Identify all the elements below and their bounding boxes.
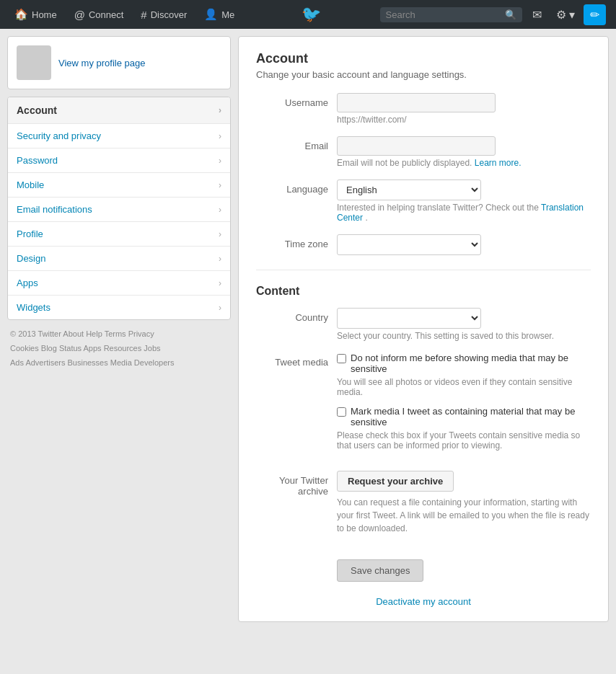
email-input[interactable] bbox=[337, 136, 496, 156]
footer-copyright: © 2013 Twitter bbox=[10, 329, 63, 338]
archive-label: Your Twitter archive bbox=[256, 471, 328, 497]
sidebar-account-header: Account › bbox=[8, 97, 230, 124]
language-select[interactable]: English Spanish French German Japanese bbox=[337, 179, 481, 200]
checkbox2-hint: Please check this box if your Tweets con… bbox=[337, 430, 591, 451]
email-label: Email bbox=[256, 136, 328, 151]
sidebar-item-password[interactable]: Password › bbox=[8, 148, 230, 173]
settings-button[interactable]: ⚙ ▾ bbox=[550, 0, 581, 29]
search-icon: 🔍 bbox=[505, 9, 516, 20]
sidebar-menu: Account › Security and privacy › Passwor… bbox=[7, 97, 231, 320]
page-layout: View my profile page Account › Security … bbox=[0, 29, 616, 629]
apps-chevron-icon: › bbox=[219, 278, 221, 288]
email-learn-more-link[interactable]: Learn more. bbox=[475, 158, 522, 168]
language-hint: Interested in helping translate Twitter?… bbox=[337, 203, 591, 223]
nav-connect-label: Connect bbox=[89, 9, 123, 20]
footer-ads[interactable]: Ads bbox=[10, 358, 25, 367]
footer-advertisers[interactable]: Advertisers bbox=[25, 358, 67, 367]
compose-button[interactable]: ✏ bbox=[584, 4, 606, 25]
nav-home[interactable]: 🏠 Home bbox=[6, 0, 66, 29]
nav-connect[interactable]: @ Connect bbox=[66, 0, 133, 29]
search-input[interactable] bbox=[386, 9, 501, 20]
email-hint: Email will not be publicly displayed. Le… bbox=[337, 158, 591, 168]
sidebar-password-label: Password bbox=[17, 155, 58, 166]
sidebar-mobile-label: Mobile bbox=[17, 179, 44, 190]
language-field: English Spanish French German Japanese I… bbox=[337, 179, 591, 223]
nav-me[interactable]: 👤 Me bbox=[195, 0, 243, 29]
footer-terms[interactable]: Terms bbox=[105, 329, 128, 338]
view-profile-link[interactable]: View my profile page bbox=[58, 58, 145, 68]
top-navigation: 🏠 Home @ Connect # Discover 👤 Me 🐦 🔍 ✉ ⚙… bbox=[0, 0, 616, 29]
tweet-media-row: Tweet media Do not inform me before show… bbox=[256, 352, 591, 459]
home-icon: 🏠 bbox=[14, 8, 28, 21]
request-archive-button[interactable]: Request your archive bbox=[337, 471, 454, 492]
sidebar-item-profile[interactable]: Profile › bbox=[8, 222, 230, 247]
connect-icon: @ bbox=[74, 9, 85, 21]
deactivate-account-link[interactable]: Deactivate my account bbox=[256, 596, 591, 607]
mobile-chevron-icon: › bbox=[219, 180, 221, 190]
email-notif-chevron-icon: › bbox=[219, 205, 221, 215]
sidebar-item-security[interactable]: Security and privacy › bbox=[8, 124, 230, 148]
username-field: https://twitter.com/ bbox=[337, 93, 591, 125]
username-input[interactable] bbox=[337, 93, 496, 112]
save-changes-button[interactable]: Save changes bbox=[337, 559, 423, 582]
footer-jobs[interactable]: Jobs bbox=[144, 344, 160, 352]
sidebar-item-mobile[interactable]: Mobile › bbox=[8, 173, 230, 198]
email-row: Email Email will not be publicly display… bbox=[256, 136, 591, 168]
password-chevron-icon: › bbox=[219, 156, 221, 166]
sensitive-media-checkbox[interactable] bbox=[337, 354, 346, 363]
checkbox1-hint: You will see all photos or videos even i… bbox=[337, 377, 591, 397]
timezone-label: Time zone bbox=[256, 234, 328, 249]
nav-home-label: Home bbox=[32, 9, 57, 20]
footer-apps[interactable]: Apps bbox=[84, 344, 104, 352]
tweet-media-label: Tweet media bbox=[256, 352, 328, 368]
footer-status[interactable]: Status bbox=[59, 344, 84, 352]
nav-discover-label: Discover bbox=[151, 9, 188, 20]
account-chevron-icon: › bbox=[219, 105, 221, 115]
page-description: Change your basic account and language s… bbox=[256, 69, 591, 80]
sidebar-apps-label: Apps bbox=[17, 278, 38, 288]
footer-resources[interactable]: Resources bbox=[104, 344, 144, 352]
discover-icon: # bbox=[141, 9, 146, 21]
footer-developers[interactable]: Developers bbox=[134, 358, 175, 367]
page-title: Account bbox=[256, 51, 591, 66]
sidebar-design-label: Design bbox=[17, 253, 45, 264]
footer-media[interactable]: Media bbox=[110, 358, 134, 367]
timezone-row: Time zone bbox=[256, 234, 591, 255]
widgets-chevron-icon: › bbox=[219, 303, 221, 313]
tweet-media-field: Do not inform me before showing media th… bbox=[337, 352, 591, 459]
mail-button[interactable]: ✉ bbox=[527, 0, 547, 29]
footer-help[interactable]: Help bbox=[86, 329, 104, 338]
archive-hint: You can request a file containing your i… bbox=[337, 496, 591, 535]
sidebar-footer: © 2013 Twitter About Help Terms Privacy … bbox=[7, 327, 231, 370]
archive-row: Your Twitter archive Request your archiv… bbox=[256, 471, 591, 535]
footer-about[interactable]: About bbox=[63, 329, 86, 338]
checkbox2-label: Mark media I tweet as containing materia… bbox=[351, 406, 591, 427]
footer-blog[interactable]: Blog bbox=[41, 344, 59, 352]
sidebar-email-notif-label: Email notifications bbox=[17, 204, 92, 215]
email-field-container: Email will not be publicly displayed. Le… bbox=[337, 136, 591, 168]
footer-businesses[interactable]: Businesses bbox=[67, 358, 110, 367]
archive-field: Request your archive You can request a f… bbox=[337, 471, 591, 535]
footer-privacy[interactable]: Privacy bbox=[128, 329, 154, 338]
checkbox1-row: Do not inform me before showing media th… bbox=[337, 352, 591, 374]
sidebar-item-email-notifications[interactable]: Email notifications › bbox=[8, 198, 230, 222]
timezone-select[interactable] bbox=[337, 234, 481, 255]
avatar bbox=[17, 45, 51, 80]
username-label: Username bbox=[256, 93, 328, 108]
account-header-label: Account bbox=[17, 105, 57, 116]
sidebar-item-design[interactable]: Design › bbox=[8, 247, 230, 271]
content-section-title: Content bbox=[256, 285, 591, 298]
checkbox2-row: Mark media I tweet as containing materia… bbox=[337, 406, 591, 427]
search-bar: 🔍 bbox=[380, 7, 522, 22]
nav-discover[interactable]: # Discover bbox=[132, 0, 195, 29]
sidebar-item-widgets[interactable]: Widgets › bbox=[8, 296, 230, 319]
sidebar-item-apps[interactable]: Apps › bbox=[8, 271, 230, 296]
footer-cookies[interactable]: Cookies bbox=[10, 344, 41, 352]
country-hint: Select your country. This setting is sav… bbox=[337, 331, 591, 341]
mark-sensitive-checkbox[interactable] bbox=[337, 407, 346, 417]
nav-right-actions: ✉ ⚙ ▾ ✏ bbox=[522, 0, 610, 29]
profile-card: View my profile page bbox=[7, 36, 231, 89]
country-select[interactable] bbox=[337, 308, 481, 329]
security-chevron-icon: › bbox=[219, 131, 221, 141]
bird-icon: 🐦 bbox=[302, 5, 321, 24]
